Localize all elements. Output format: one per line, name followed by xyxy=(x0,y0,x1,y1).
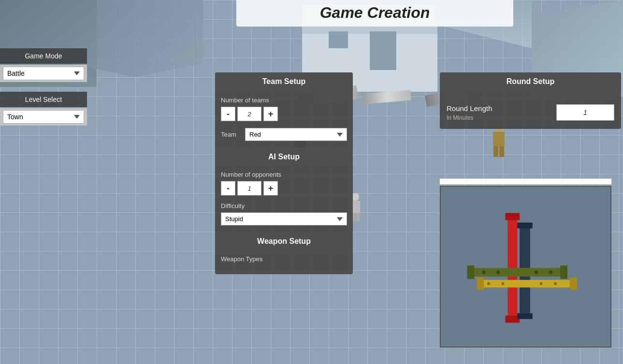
svg-rect-2 xyxy=(506,213,520,220)
round-setup-header: Round Setup xyxy=(440,72,621,91)
level-select-wrapper: Town Desert Forest xyxy=(0,108,87,126)
teams-stepper: - + xyxy=(221,107,347,121)
weapon-types-label: Weapon Types xyxy=(221,255,347,263)
svg-rect-10 xyxy=(479,280,575,288)
page-title: Game Creation xyxy=(236,4,513,22)
teams-value-input[interactable] xyxy=(237,107,261,121)
round-length-input[interactable] xyxy=(556,104,614,121)
team-row: Team Red Blue Green xyxy=(215,128,353,141)
svg-point-13 xyxy=(482,270,486,274)
svg-point-18 xyxy=(502,282,505,285)
team-color-select[interactable]: Red Blue Green xyxy=(245,128,347,141)
svg-point-14 xyxy=(496,270,500,274)
round-content: Round Length In Minutes xyxy=(440,97,621,129)
opponents-value-input[interactable] xyxy=(237,181,261,196)
svg-point-15 xyxy=(535,270,538,274)
weapon-preview-box xyxy=(440,186,611,348)
main-panel: Team Setup Number of teams - + Team Red … xyxy=(215,72,353,274)
game-mode-select-wrapper: Battle Deathmatch Capture xyxy=(0,65,87,82)
number-of-teams-group: Number of teams - + xyxy=(215,97,353,121)
left-panel: Game Mode Battle Deathmatch Capture Leve… xyxy=(0,48,87,135)
round-length-sublabel: In Minutes xyxy=(447,114,551,121)
svg-point-17 xyxy=(487,282,490,285)
teams-decrement-button[interactable]: - xyxy=(221,107,235,121)
svg-point-20 xyxy=(554,282,557,285)
title-bar: Game Creation xyxy=(236,0,513,27)
svg-rect-8 xyxy=(467,266,474,279)
progress-bar xyxy=(440,179,611,184)
round-label-group: Round Length In Minutes xyxy=(447,104,551,121)
svg-rect-6 xyxy=(517,313,533,319)
number-of-teams-label: Number of teams xyxy=(221,97,347,104)
weapon-preview-svg xyxy=(441,187,610,347)
difficulty-group: Difficulty Stupid Easy Medium Hard xyxy=(215,202,353,225)
svg-rect-5 xyxy=(517,223,533,228)
number-of-opponents-label: Number of opponents xyxy=(221,171,347,178)
team-label: Team xyxy=(221,131,240,138)
svg-point-19 xyxy=(540,282,543,285)
number-of-opponents-group: Number of opponents - + xyxy=(215,171,353,196)
teams-increment-button[interactable]: + xyxy=(263,107,278,121)
opponents-stepper: - + xyxy=(221,181,347,196)
difficulty-label: Difficulty xyxy=(221,202,347,210)
weapon-setup-header: Weapon Setup xyxy=(215,232,353,251)
level-select[interactable]: Town Desert Forest xyxy=(3,110,84,124)
round-setup-panel: Round Setup Round Length In Minutes xyxy=(440,72,621,129)
game-mode-select[interactable]: Battle Deathmatch Capture xyxy=(3,67,84,80)
level-select-label: Level Select xyxy=(0,92,87,107)
opponents-increment-button[interactable]: + xyxy=(263,181,278,196)
svg-rect-12 xyxy=(570,278,577,290)
svg-rect-9 xyxy=(560,266,567,279)
svg-rect-11 xyxy=(477,278,484,290)
round-length-label: Round Length xyxy=(447,104,551,112)
weapon-types-group: Weapon Types xyxy=(215,255,353,263)
game-mode-label: Game Mode xyxy=(0,48,87,64)
team-setup-header: Team Setup xyxy=(215,72,353,91)
svg-point-16 xyxy=(549,270,552,274)
ai-setup-header: AI Setup xyxy=(215,148,353,166)
difficulty-select[interactable]: Stupid Easy Medium Hard xyxy=(221,212,347,225)
opponents-decrement-button[interactable]: - xyxy=(221,181,235,196)
